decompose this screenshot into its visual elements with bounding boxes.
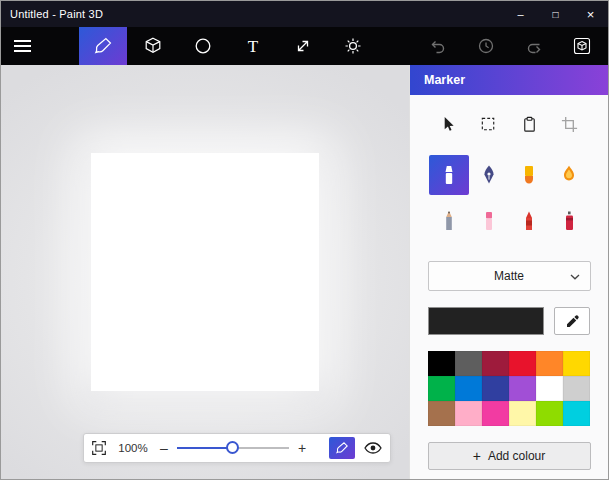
- sun-icon: [343, 36, 363, 56]
- palette-swatch-17[interactable]: [563, 401, 590, 426]
- palette-swatch-6[interactable]: [428, 376, 455, 401]
- paste-button[interactable]: [518, 113, 540, 135]
- current-colour-swatch[interactable]: [428, 307, 544, 335]
- add-colour-button[interactable]: + Add colour: [428, 442, 591, 470]
- window-controls: – □ ×: [503, 1, 608, 27]
- side-panel: Marker: [409, 65, 608, 479]
- brush-crayon[interactable]: [509, 201, 549, 241]
- tool-2d-shapes[interactable]: [179, 27, 227, 65]
- brush-marker[interactable]: [429, 155, 469, 195]
- finish-dropdown[interactable]: Matte: [428, 261, 591, 291]
- eye-icon: [363, 438, 383, 458]
- view-mode-button[interactable]: [362, 438, 384, 458]
- title-bar: Untitled - Paint 3D – □ ×: [1, 1, 608, 27]
- select-tools-row: [410, 113, 608, 135]
- zoom-slider[interactable]: [177, 440, 289, 456]
- undo-button[interactable]: [428, 36, 448, 56]
- chevron-down-icon: [570, 274, 580, 280]
- palette-swatch-4[interactable]: [536, 351, 563, 376]
- tool-brushes[interactable]: [79, 27, 127, 65]
- zoom-out-button[interactable]: –: [158, 441, 170, 455]
- 3d-library-button[interactable]: [572, 36, 592, 56]
- tool-group: T: [79, 27, 377, 65]
- tool-3d-shapes[interactable]: [129, 27, 177, 65]
- colour-row: [428, 307, 590, 335]
- pencil-icon: [437, 209, 461, 233]
- fit-to-view-button[interactable]: [90, 439, 108, 457]
- zoom-level: 100%: [115, 442, 151, 454]
- crayon-icon: [517, 209, 541, 233]
- finish-dropdown-value: Matte: [494, 269, 524, 283]
- 3d-library-icon: [572, 36, 592, 56]
- toolbar: T: [1, 27, 608, 65]
- palette-swatch-7[interactable]: [455, 376, 482, 401]
- brush-calligraphy-pen[interactable]: [469, 155, 509, 195]
- select-tool-button[interactable]: [437, 113, 459, 135]
- undo-icon: [428, 36, 448, 56]
- cube-icon: [143, 36, 163, 56]
- marquee-select-button[interactable]: [478, 113, 500, 135]
- eyedropper-button[interactable]: [554, 307, 590, 335]
- resize-icon: [293, 36, 313, 56]
- brush-mode-button[interactable]: [329, 437, 355, 459]
- panel-header: Marker: [410, 65, 608, 95]
- brush-pencil[interactable]: [429, 201, 469, 241]
- brush-grid: [410, 155, 608, 241]
- palette-swatch-15[interactable]: [509, 401, 536, 426]
- palette-swatch-10[interactable]: [536, 376, 563, 401]
- crop-button[interactable]: [559, 113, 581, 135]
- brush-spray-can[interactable]: [549, 201, 589, 241]
- maximize-button[interactable]: □: [538, 1, 573, 27]
- history-button[interactable]: [476, 36, 496, 56]
- oil-brush-icon: [517, 163, 541, 187]
- tool-effects[interactable]: [329, 27, 377, 65]
- watercolour-icon: [557, 163, 581, 187]
- brush-icon: [93, 36, 113, 56]
- redo-button[interactable]: [524, 36, 544, 56]
- palette-swatch-1[interactable]: [455, 351, 482, 376]
- plus-icon: +: [473, 449, 481, 463]
- palette-swatch-0[interactable]: [428, 351, 455, 376]
- palette-swatch-8[interactable]: [482, 376, 509, 401]
- cursor-icon: [439, 115, 458, 134]
- fit-view-icon: [90, 439, 108, 457]
- minimize-button[interactable]: –: [503, 1, 538, 27]
- circle-icon: [193, 36, 213, 56]
- close-button[interactable]: ×: [573, 1, 608, 27]
- tool-canvas[interactable]: [279, 27, 327, 65]
- palette-grid: [410, 351, 608, 426]
- tool-text[interactable]: T: [229, 27, 277, 65]
- canvas-area[interactable]: 100% – +: [1, 65, 409, 479]
- redo-icon: [524, 36, 544, 56]
- zoom-in-button[interactable]: +: [296, 441, 308, 455]
- palette-swatch-11[interactable]: [563, 376, 590, 401]
- palette-swatch-3[interactable]: [509, 351, 536, 376]
- marquee-icon: [479, 115, 498, 134]
- calligraphy-pen-icon: [477, 163, 501, 187]
- menu-icon: [14, 37, 31, 55]
- app-window: Untitled - Paint 3D – □ ×: [0, 0, 609, 480]
- add-colour-label: Add colour: [488, 449, 545, 463]
- brush-oil-brush[interactable]: [509, 155, 549, 195]
- eraser-icon: [477, 209, 501, 233]
- text-tool-icon: T: [248, 38, 258, 55]
- brush-icon: [335, 441, 349, 455]
- zoom-toolbar: 100% – +: [83, 433, 391, 463]
- spray-can-icon: [557, 209, 581, 233]
- zoom-slider-fill: [177, 447, 233, 449]
- palette-swatch-5[interactable]: [563, 351, 590, 376]
- palette-swatch-2[interactable]: [482, 351, 509, 376]
- zoom-slider-thumb[interactable]: [226, 441, 239, 454]
- palette-swatch-9[interactable]: [509, 376, 536, 401]
- palette-swatch-13[interactable]: [455, 401, 482, 426]
- crop-icon: [560, 115, 579, 134]
- drawing-canvas[interactable]: [91, 153, 319, 391]
- palette-swatch-12[interactable]: [428, 401, 455, 426]
- brush-eraser[interactable]: [469, 201, 509, 241]
- paste-icon: [520, 115, 539, 134]
- history-icon: [476, 36, 496, 56]
- palette-swatch-16[interactable]: [536, 401, 563, 426]
- palette-swatch-14[interactable]: [482, 401, 509, 426]
- brush-watercolour[interactable]: [549, 155, 589, 195]
- menu-button[interactable]: [1, 27, 43, 65]
